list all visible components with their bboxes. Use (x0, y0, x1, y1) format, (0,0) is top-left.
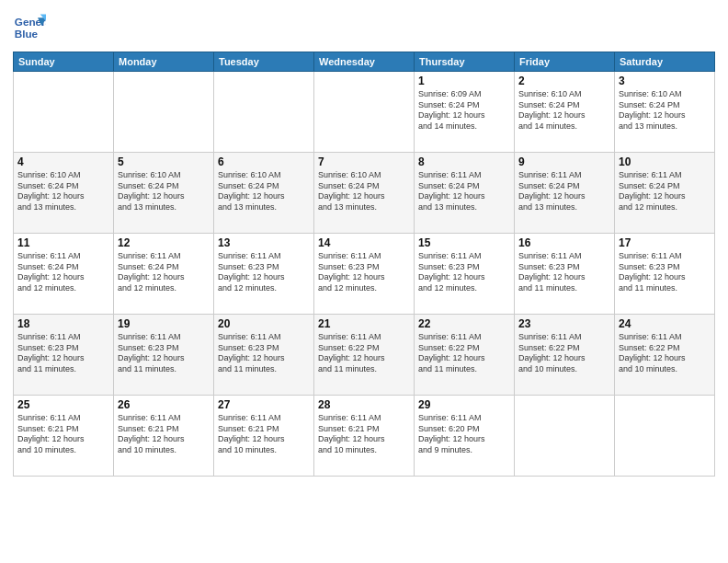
day-cell: 1Sunrise: 6:09 AM Sunset: 6:24 PM Daylig… (415, 72, 515, 153)
day-header-friday: Friday (515, 52, 615, 72)
day-number: 20 (218, 317, 310, 330)
day-info: Sunrise: 6:11 AM Sunset: 6:23 PM Dayligh… (17, 332, 109, 375)
header-row: SundayMondayTuesdayWednesdayThursdayFrid… (14, 52, 715, 72)
day-number: 9 (518, 155, 610, 168)
day-number: 13 (218, 236, 310, 249)
day-info: Sunrise: 6:11 AM Sunset: 6:22 PM Dayligh… (619, 332, 711, 375)
day-cell: 17Sunrise: 6:11 AM Sunset: 6:23 PM Dayli… (615, 234, 715, 315)
day-info: Sunrise: 6:10 AM Sunset: 6:24 PM Dayligh… (518, 89, 610, 132)
week-row-2: 11Sunrise: 6:11 AM Sunset: 6:24 PM Dayli… (14, 234, 715, 315)
day-cell: 20Sunrise: 6:11 AM Sunset: 6:23 PM Dayli… (214, 315, 314, 396)
day-cell: 12Sunrise: 6:11 AM Sunset: 6:24 PM Dayli… (114, 234, 214, 315)
day-cell: 29Sunrise: 6:11 AM Sunset: 6:20 PM Dayli… (415, 396, 515, 477)
day-cell: 3Sunrise: 6:10 AM Sunset: 6:24 PM Daylig… (615, 72, 715, 153)
day-number: 11 (17, 236, 109, 249)
day-info: Sunrise: 6:11 AM Sunset: 6:24 PM Dayligh… (619, 170, 711, 213)
day-header-wednesday: Wednesday (314, 52, 415, 72)
day-info: Sunrise: 6:11 AM Sunset: 6:23 PM Dayligh… (118, 332, 210, 375)
day-info: Sunrise: 6:11 AM Sunset: 6:22 PM Dayligh… (318, 332, 410, 375)
day-cell: 4Sunrise: 6:10 AM Sunset: 6:24 PM Daylig… (14, 153, 114, 234)
day-info: Sunrise: 6:11 AM Sunset: 6:22 PM Dayligh… (518, 332, 610, 375)
day-number: 14 (318, 236, 410, 249)
day-header-sunday: Sunday (14, 52, 114, 72)
day-cell: 25Sunrise: 6:11 AM Sunset: 6:21 PM Dayli… (14, 396, 114, 477)
day-info: Sunrise: 6:11 AM Sunset: 6:22 PM Dayligh… (418, 332, 510, 375)
day-number: 24 (619, 317, 711, 330)
day-info: Sunrise: 6:11 AM Sunset: 6:23 PM Dayligh… (218, 332, 310, 375)
calendar-table: SundayMondayTuesdayWednesdayThursdayFrid… (13, 52, 715, 477)
week-row-1: 4Sunrise: 6:10 AM Sunset: 6:24 PM Daylig… (14, 153, 715, 234)
day-header-thursday: Thursday (415, 52, 515, 72)
day-info: Sunrise: 6:11 AM Sunset: 6:21 PM Dayligh… (17, 413, 109, 456)
day-info: Sunrise: 6:11 AM Sunset: 6:24 PM Dayligh… (17, 251, 109, 294)
day-number: 1 (418, 75, 510, 87)
day-number: 18 (17, 317, 109, 330)
week-row-3: 18Sunrise: 6:11 AM Sunset: 6:23 PM Dayli… (14, 315, 715, 396)
day-number: 10 (619, 155, 711, 168)
day-number: 4 (17, 155, 109, 168)
day-header-tuesday: Tuesday (214, 52, 314, 72)
day-number: 17 (619, 236, 711, 249)
day-number: 19 (118, 317, 210, 330)
day-cell (615, 396, 715, 477)
page: General Blue SundayMondayTuesdayWednesda… (0, 0, 728, 563)
day-info: Sunrise: 6:10 AM Sunset: 6:24 PM Dayligh… (218, 170, 310, 213)
day-cell: 2Sunrise: 6:10 AM Sunset: 6:24 PM Daylig… (515, 72, 615, 153)
day-info: Sunrise: 6:10 AM Sunset: 6:24 PM Dayligh… (118, 170, 210, 213)
day-cell: 27Sunrise: 6:11 AM Sunset: 6:21 PM Dayli… (214, 396, 314, 477)
day-info: Sunrise: 6:11 AM Sunset: 6:23 PM Dayligh… (318, 251, 410, 294)
day-cell: 22Sunrise: 6:11 AM Sunset: 6:22 PM Dayli… (415, 315, 515, 396)
day-info: Sunrise: 6:11 AM Sunset: 6:23 PM Dayligh… (418, 251, 510, 294)
day-cell: 19Sunrise: 6:11 AM Sunset: 6:23 PM Dayli… (114, 315, 214, 396)
day-cell: 28Sunrise: 6:11 AM Sunset: 6:21 PM Dayli… (314, 396, 415, 477)
day-cell: 7Sunrise: 6:10 AM Sunset: 6:24 PM Daylig… (314, 153, 415, 234)
day-number: 22 (418, 317, 510, 330)
day-cell: 15Sunrise: 6:11 AM Sunset: 6:23 PM Dayli… (415, 234, 515, 315)
header: General Blue (13, 11, 715, 44)
day-info: Sunrise: 6:11 AM Sunset: 6:23 PM Dayligh… (619, 251, 711, 294)
day-number: 6 (218, 155, 310, 168)
logo-icon: General Blue (13, 11, 46, 44)
day-cell: 23Sunrise: 6:11 AM Sunset: 6:22 PM Dayli… (515, 315, 615, 396)
day-number: 7 (318, 155, 410, 168)
week-row-4: 25Sunrise: 6:11 AM Sunset: 6:21 PM Dayli… (14, 396, 715, 477)
day-header-saturday: Saturday (615, 52, 715, 72)
day-info: Sunrise: 6:11 AM Sunset: 6:21 PM Dayligh… (118, 413, 210, 456)
day-cell: 13Sunrise: 6:11 AM Sunset: 6:23 PM Dayli… (214, 234, 314, 315)
day-cell (14, 72, 114, 153)
day-cell (214, 72, 314, 153)
day-number: 28 (318, 398, 410, 411)
day-info: Sunrise: 6:11 AM Sunset: 6:20 PM Dayligh… (418, 413, 510, 456)
day-info: Sunrise: 6:11 AM Sunset: 6:21 PM Dayligh… (318, 413, 410, 456)
day-number: 16 (518, 236, 610, 249)
day-cell: 16Sunrise: 6:11 AM Sunset: 6:23 PM Dayli… (515, 234, 615, 315)
day-cell: 9Sunrise: 6:11 AM Sunset: 6:24 PM Daylig… (515, 153, 615, 234)
svg-text:Blue: Blue (15, 28, 39, 40)
week-row-0: 1Sunrise: 6:09 AM Sunset: 6:24 PM Daylig… (14, 72, 715, 153)
day-header-monday: Monday (114, 52, 214, 72)
logo: General Blue (13, 11, 46, 44)
day-number: 2 (518, 75, 610, 87)
day-number: 8 (418, 155, 510, 168)
day-cell: 10Sunrise: 6:11 AM Sunset: 6:24 PM Dayli… (615, 153, 715, 234)
day-cell: 8Sunrise: 6:11 AM Sunset: 6:24 PM Daylig… (415, 153, 515, 234)
day-info: Sunrise: 6:11 AM Sunset: 6:23 PM Dayligh… (518, 251, 610, 294)
day-cell: 11Sunrise: 6:11 AM Sunset: 6:24 PM Dayli… (14, 234, 114, 315)
day-info: Sunrise: 6:11 AM Sunset: 6:24 PM Dayligh… (518, 170, 610, 213)
day-number: 5 (118, 155, 210, 168)
day-number: 25 (17, 398, 109, 411)
day-number: 29 (418, 398, 510, 411)
day-number: 15 (418, 236, 510, 249)
day-info: Sunrise: 6:09 AM Sunset: 6:24 PM Dayligh… (418, 89, 510, 132)
day-cell: 5Sunrise: 6:10 AM Sunset: 6:24 PM Daylig… (114, 153, 214, 234)
day-number: 26 (118, 398, 210, 411)
day-cell (314, 72, 415, 153)
day-info: Sunrise: 6:10 AM Sunset: 6:24 PM Dayligh… (619, 89, 711, 132)
day-number: 3 (619, 75, 711, 87)
day-cell: 6Sunrise: 6:10 AM Sunset: 6:24 PM Daylig… (214, 153, 314, 234)
day-cell: 21Sunrise: 6:11 AM Sunset: 6:22 PM Dayli… (314, 315, 415, 396)
day-info: Sunrise: 6:11 AM Sunset: 6:24 PM Dayligh… (118, 251, 210, 294)
day-cell: 14Sunrise: 6:11 AM Sunset: 6:23 PM Dayli… (314, 234, 415, 315)
day-cell (515, 396, 615, 477)
day-cell: 18Sunrise: 6:11 AM Sunset: 6:23 PM Dayli… (14, 315, 114, 396)
